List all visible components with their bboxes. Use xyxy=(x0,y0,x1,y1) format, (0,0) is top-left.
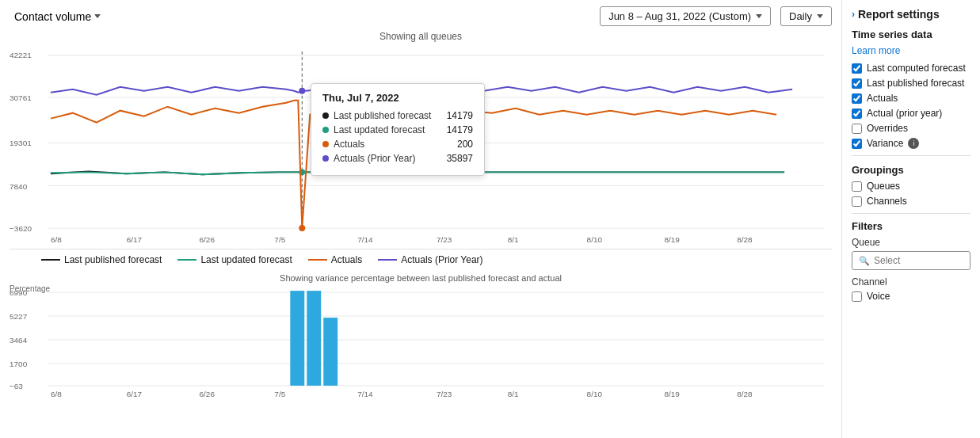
tooltip-dot-4 xyxy=(322,155,329,162)
actuals-checkbox[interactable] xyxy=(852,93,862,104)
queues-checkbox[interactable] xyxy=(852,181,862,192)
x-label-7: 8/1 xyxy=(508,235,519,244)
variance-label: Variance xyxy=(867,138,903,149)
tooltip-value-2: 14179 xyxy=(447,124,473,135)
var-y-4: 1700 xyxy=(10,360,28,368)
checkbox-voice: Voice xyxy=(852,291,970,302)
right-panel: › Report settings Time series data Learn… xyxy=(841,0,980,438)
legend-item-3: Actuals xyxy=(308,254,362,265)
variance-chart-svg: 6990 5227 3464 1700 −63 6/8 6/17 6/26 xyxy=(10,284,832,399)
overrides-checkbox[interactable] xyxy=(852,124,862,134)
var-x-9: 8/19 xyxy=(664,390,680,398)
x-label-4: 7/5 xyxy=(274,235,285,244)
actual-prior-label: Actual (prior year) xyxy=(867,108,942,119)
var-x-4: 7/5 xyxy=(274,390,285,398)
checkbox-actual-prior: Actual (prior year) xyxy=(852,108,970,119)
groupings-title: Groupings xyxy=(852,164,970,176)
collapse-icon[interactable]: › xyxy=(852,9,855,20)
date-range-select[interactable]: Jun 8 – Aug 31, 2022 (Custom) xyxy=(600,6,771,26)
filters-section: Filters Queue 🔍 Channel Voice xyxy=(852,220,970,302)
legend-line-1 xyxy=(41,259,60,261)
tooltip-row-1: Last published forecast 14179 xyxy=(322,110,473,121)
legend-label-4: Actuals (Prior Year) xyxy=(401,254,482,265)
tooltip-dot-3 xyxy=(322,141,329,147)
x-label-9: 8/19 xyxy=(664,235,680,244)
checkbox-last-computed: Last computed forecast xyxy=(852,63,970,74)
var-y-2: 5227 xyxy=(10,312,28,321)
y-label-2: 30761 xyxy=(10,93,32,102)
date-range-chevron-icon xyxy=(756,14,762,18)
granularity-chevron-icon xyxy=(817,14,823,18)
y-label-5: −3620 xyxy=(10,224,32,233)
contact-volume-button[interactable]: Contact volume xyxy=(10,7,105,26)
checkbox-actuals: Actuals xyxy=(852,93,970,104)
legend-item-4: Actuals (Prior Year) xyxy=(378,254,482,265)
learn-more-link[interactable]: Learn more xyxy=(852,45,970,56)
x-label-3: 6/26 xyxy=(200,235,215,244)
variance-chart-title: Showing variance percentage between last… xyxy=(10,273,832,283)
var-y-3: 3464 xyxy=(10,336,28,345)
x-label-10: 8/28 xyxy=(737,235,753,244)
time-series-section: Time series data Learn more Last compute… xyxy=(852,29,970,149)
var-bar-3 xyxy=(323,318,337,386)
variance-checkbox[interactable] xyxy=(852,139,862,149)
queue-filter-input-container[interactable]: 🔍 xyxy=(852,251,970,270)
channel-filter-label: Channel xyxy=(852,276,970,288)
checkbox-variance: Variance i xyxy=(852,138,970,149)
actuals-label: Actuals xyxy=(867,93,898,104)
tooltip-label-4: Actuals (Prior Year) xyxy=(334,153,442,164)
variance-chart: Showing variance percentage between last… xyxy=(10,273,832,408)
variance-info-icon[interactable]: i xyxy=(908,138,919,149)
showing-label: Showing all queues xyxy=(10,31,832,42)
tooltip-label-2: Last updated forecast xyxy=(334,124,442,135)
checkbox-last-published: Last published forecast xyxy=(852,78,970,89)
x-label-1: 6/8 xyxy=(51,235,62,244)
x-label-6: 7/23 xyxy=(437,235,452,244)
actual-prior-checkbox[interactable] xyxy=(852,109,862,119)
tooltip-row-2: Last updated forecast 14179 xyxy=(322,124,473,135)
panel-title-text: Report settings xyxy=(858,8,940,21)
main-chart: 42221 30761 19301 7840 −3620 6/8 6/17 6/… xyxy=(10,44,832,249)
legend-item-2: Last updated forecast xyxy=(177,254,292,265)
granularity-select[interactable]: Daily xyxy=(780,6,832,26)
date-range-value: Jun 8 – Aug 31, 2022 (Custom) xyxy=(608,10,751,22)
queues-label: Queues xyxy=(867,181,900,192)
queue-search-icon: 🔍 xyxy=(859,256,870,266)
legend-label-1: Last published forecast xyxy=(64,254,162,265)
var-x-8: 8/10 xyxy=(587,390,603,398)
legend-label-2: Last updated forecast xyxy=(200,254,292,265)
percentage-label: Percentage xyxy=(10,284,50,293)
var-x-7: 8/1 xyxy=(508,390,519,398)
tooltip-row-4: Actuals (Prior Year) 35897 xyxy=(322,153,473,164)
queue-search-input[interactable] xyxy=(874,255,963,266)
tooltip-label-1: Last published forecast xyxy=(334,110,442,121)
contact-volume-chevron-icon xyxy=(94,14,101,18)
checkbox-queues: Queues xyxy=(852,181,970,192)
tooltip-value-3: 200 xyxy=(457,139,473,150)
last-computed-label: Last computed forecast xyxy=(867,63,966,74)
last-published-checkbox[interactable] xyxy=(852,78,862,89)
divider-2 xyxy=(852,213,970,214)
channels-checkbox[interactable] xyxy=(852,196,862,207)
legend-line-3 xyxy=(308,259,327,261)
last-computed-checkbox[interactable] xyxy=(852,63,862,74)
tooltip-value-1: 14179 xyxy=(447,110,473,121)
panel-title: › Report settings xyxy=(852,8,970,21)
y-label-4: 7840 xyxy=(10,182,28,191)
var-x-10: 8/28 xyxy=(737,390,753,398)
chart-tooltip: Thu, Jul 7, 2022 Last published forecast… xyxy=(311,83,485,176)
checkbox-overrides: Overrides xyxy=(852,123,970,134)
tooltip-dot-2 xyxy=(322,127,329,133)
x-label-8: 8/10 xyxy=(587,235,603,244)
voice-checkbox[interactable] xyxy=(852,291,862,302)
legend-item-1: Last published forecast xyxy=(41,254,162,265)
var-bar-2 xyxy=(307,291,321,386)
time-series-title: Time series data xyxy=(852,29,970,40)
top-bar: Contact volume Jun 8 – Aug 31, 2022 (Cus… xyxy=(10,6,832,26)
contact-volume-label: Contact volume xyxy=(14,10,91,23)
var-x-6: 7/23 xyxy=(437,390,452,398)
overrides-label: Overrides xyxy=(867,123,908,134)
legend-label-3: Actuals xyxy=(331,254,362,265)
var-bar-1 xyxy=(290,291,304,386)
groupings-section: Groupings Queues Channels xyxy=(852,164,970,207)
